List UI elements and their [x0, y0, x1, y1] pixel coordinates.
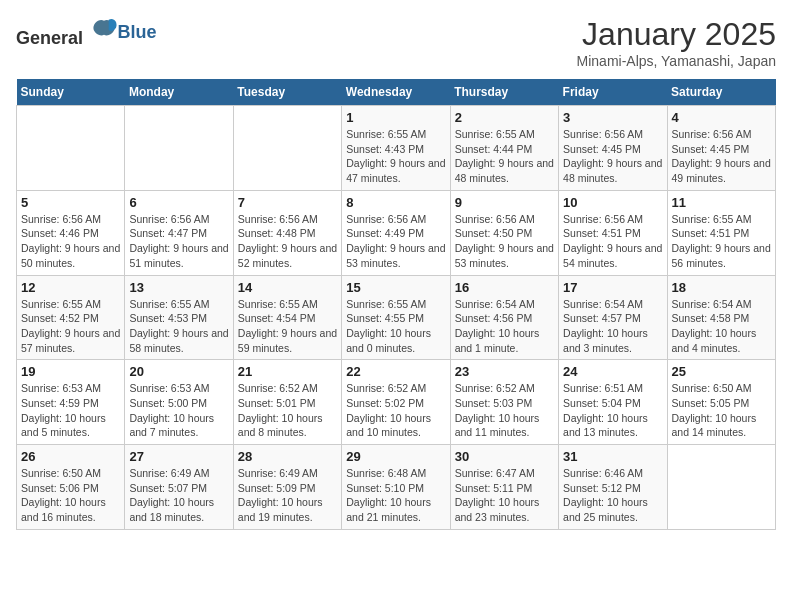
- weekday-header-row: SundayMondayTuesdayWednesdayThursdayFrid…: [17, 79, 776, 106]
- day-info: Sunrise: 6:47 AM Sunset: 5:11 PM Dayligh…: [455, 466, 554, 525]
- calendar-cell: 7Sunrise: 6:56 AM Sunset: 4:48 PM Daylig…: [233, 190, 341, 275]
- day-info: Sunrise: 6:55 AM Sunset: 4:43 PM Dayligh…: [346, 127, 445, 186]
- calendar-cell: 24Sunrise: 6:51 AM Sunset: 5:04 PM Dayli…: [559, 360, 667, 445]
- title-block: January 2025 Minami-Alps, Yamanashi, Jap…: [577, 16, 776, 69]
- logo: General Blue: [16, 16, 157, 49]
- calendar-week-row: 5Sunrise: 6:56 AM Sunset: 4:46 PM Daylig…: [17, 190, 776, 275]
- day-info: Sunrise: 6:55 AM Sunset: 4:51 PM Dayligh…: [672, 212, 771, 271]
- calendar-cell: 8Sunrise: 6:56 AM Sunset: 4:49 PM Daylig…: [342, 190, 450, 275]
- logo-general: General: [16, 16, 118, 49]
- calendar-cell: 4Sunrise: 6:56 AM Sunset: 4:45 PM Daylig…: [667, 106, 775, 191]
- day-number: 17: [563, 280, 662, 295]
- day-number: 28: [238, 449, 337, 464]
- calendar-cell: 18Sunrise: 6:54 AM Sunset: 4:58 PM Dayli…: [667, 275, 775, 360]
- day-info: Sunrise: 6:55 AM Sunset: 4:54 PM Dayligh…: [238, 297, 337, 356]
- day-info: Sunrise: 6:51 AM Sunset: 5:04 PM Dayligh…: [563, 381, 662, 440]
- day-number: 7: [238, 195, 337, 210]
- day-info: Sunrise: 6:52 AM Sunset: 5:01 PM Dayligh…: [238, 381, 337, 440]
- day-number: 4: [672, 110, 771, 125]
- day-info: Sunrise: 6:49 AM Sunset: 5:07 PM Dayligh…: [129, 466, 228, 525]
- day-info: Sunrise: 6:56 AM Sunset: 4:49 PM Dayligh…: [346, 212, 445, 271]
- calendar-cell: 20Sunrise: 6:53 AM Sunset: 5:00 PM Dayli…: [125, 360, 233, 445]
- day-info: Sunrise: 6:55 AM Sunset: 4:52 PM Dayligh…: [21, 297, 120, 356]
- day-info: Sunrise: 6:55 AM Sunset: 4:44 PM Dayligh…: [455, 127, 554, 186]
- page-header: General Blue January 2025 Minami-Alps, Y…: [16, 16, 776, 69]
- day-number: 14: [238, 280, 337, 295]
- day-number: 27: [129, 449, 228, 464]
- day-info: Sunrise: 6:54 AM Sunset: 4:56 PM Dayligh…: [455, 297, 554, 356]
- day-number: 20: [129, 364, 228, 379]
- calendar-week-row: 12Sunrise: 6:55 AM Sunset: 4:52 PM Dayli…: [17, 275, 776, 360]
- calendar-cell: 21Sunrise: 6:52 AM Sunset: 5:01 PM Dayli…: [233, 360, 341, 445]
- day-number: 16: [455, 280, 554, 295]
- calendar-cell: 30Sunrise: 6:47 AM Sunset: 5:11 PM Dayli…: [450, 445, 558, 530]
- day-info: Sunrise: 6:55 AM Sunset: 4:53 PM Dayligh…: [129, 297, 228, 356]
- calendar-cell: 19Sunrise: 6:53 AM Sunset: 4:59 PM Dayli…: [17, 360, 125, 445]
- day-number: 23: [455, 364, 554, 379]
- calendar-cell: [17, 106, 125, 191]
- calendar-cell: 3Sunrise: 6:56 AM Sunset: 4:45 PM Daylig…: [559, 106, 667, 191]
- day-number: 6: [129, 195, 228, 210]
- calendar-cell: 14Sunrise: 6:55 AM Sunset: 4:54 PM Dayli…: [233, 275, 341, 360]
- day-info: Sunrise: 6:56 AM Sunset: 4:45 PM Dayligh…: [672, 127, 771, 186]
- day-number: 21: [238, 364, 337, 379]
- weekday-header: Tuesday: [233, 79, 341, 106]
- calendar-cell: [233, 106, 341, 191]
- calendar-cell: 16Sunrise: 6:54 AM Sunset: 4:56 PM Dayli…: [450, 275, 558, 360]
- day-number: 2: [455, 110, 554, 125]
- calendar-cell: 23Sunrise: 6:52 AM Sunset: 5:03 PM Dayli…: [450, 360, 558, 445]
- day-number: 11: [672, 195, 771, 210]
- calendar-cell: 2Sunrise: 6:55 AM Sunset: 4:44 PM Daylig…: [450, 106, 558, 191]
- day-number: 30: [455, 449, 554, 464]
- weekday-header: Sunday: [17, 79, 125, 106]
- calendar-cell: 28Sunrise: 6:49 AM Sunset: 5:09 PM Dayli…: [233, 445, 341, 530]
- calendar-cell: 27Sunrise: 6:49 AM Sunset: 5:07 PM Dayli…: [125, 445, 233, 530]
- logo-bird-icon: [90, 16, 118, 44]
- day-number: 12: [21, 280, 120, 295]
- weekday-header: Thursday: [450, 79, 558, 106]
- day-info: Sunrise: 6:53 AM Sunset: 4:59 PM Dayligh…: [21, 381, 120, 440]
- calendar-cell: 29Sunrise: 6:48 AM Sunset: 5:10 PM Dayli…: [342, 445, 450, 530]
- day-number: 26: [21, 449, 120, 464]
- day-info: Sunrise: 6:54 AM Sunset: 4:57 PM Dayligh…: [563, 297, 662, 356]
- calendar-cell: 13Sunrise: 6:55 AM Sunset: 4:53 PM Dayli…: [125, 275, 233, 360]
- calendar-cell: 11Sunrise: 6:55 AM Sunset: 4:51 PM Dayli…: [667, 190, 775, 275]
- day-info: Sunrise: 6:46 AM Sunset: 5:12 PM Dayligh…: [563, 466, 662, 525]
- calendar-title: January 2025: [577, 16, 776, 53]
- calendar-cell: [125, 106, 233, 191]
- day-number: 31: [563, 449, 662, 464]
- day-number: 8: [346, 195, 445, 210]
- weekday-header: Wednesday: [342, 79, 450, 106]
- day-number: 24: [563, 364, 662, 379]
- day-info: Sunrise: 6:48 AM Sunset: 5:10 PM Dayligh…: [346, 466, 445, 525]
- day-info: Sunrise: 6:55 AM Sunset: 4:55 PM Dayligh…: [346, 297, 445, 356]
- day-info: Sunrise: 6:50 AM Sunset: 5:06 PM Dayligh…: [21, 466, 120, 525]
- day-number: 10: [563, 195, 662, 210]
- calendar-cell: 9Sunrise: 6:56 AM Sunset: 4:50 PM Daylig…: [450, 190, 558, 275]
- day-number: 13: [129, 280, 228, 295]
- day-number: 15: [346, 280, 445, 295]
- day-number: 22: [346, 364, 445, 379]
- day-number: 18: [672, 280, 771, 295]
- calendar-cell: 1Sunrise: 6:55 AM Sunset: 4:43 PM Daylig…: [342, 106, 450, 191]
- calendar-cell: 17Sunrise: 6:54 AM Sunset: 4:57 PM Dayli…: [559, 275, 667, 360]
- day-info: Sunrise: 6:56 AM Sunset: 4:47 PM Dayligh…: [129, 212, 228, 271]
- day-info: Sunrise: 6:53 AM Sunset: 5:00 PM Dayligh…: [129, 381, 228, 440]
- day-info: Sunrise: 6:56 AM Sunset: 4:48 PM Dayligh…: [238, 212, 337, 271]
- calendar-cell: 22Sunrise: 6:52 AM Sunset: 5:02 PM Dayli…: [342, 360, 450, 445]
- calendar-cell: 12Sunrise: 6:55 AM Sunset: 4:52 PM Dayli…: [17, 275, 125, 360]
- day-info: Sunrise: 6:52 AM Sunset: 5:03 PM Dayligh…: [455, 381, 554, 440]
- day-info: Sunrise: 6:56 AM Sunset: 4:50 PM Dayligh…: [455, 212, 554, 271]
- calendar-cell: 31Sunrise: 6:46 AM Sunset: 5:12 PM Dayli…: [559, 445, 667, 530]
- day-info: Sunrise: 6:56 AM Sunset: 4:46 PM Dayligh…: [21, 212, 120, 271]
- calendar-subtitle: Minami-Alps, Yamanashi, Japan: [577, 53, 776, 69]
- day-number: 25: [672, 364, 771, 379]
- calendar-week-row: 26Sunrise: 6:50 AM Sunset: 5:06 PM Dayli…: [17, 445, 776, 530]
- day-info: Sunrise: 6:49 AM Sunset: 5:09 PM Dayligh…: [238, 466, 337, 525]
- weekday-header: Monday: [125, 79, 233, 106]
- calendar-cell: 15Sunrise: 6:55 AM Sunset: 4:55 PM Dayli…: [342, 275, 450, 360]
- day-number: 1: [346, 110, 445, 125]
- calendar-cell: [667, 445, 775, 530]
- calendar-cell: 25Sunrise: 6:50 AM Sunset: 5:05 PM Dayli…: [667, 360, 775, 445]
- calendar-cell: 5Sunrise: 6:56 AM Sunset: 4:46 PM Daylig…: [17, 190, 125, 275]
